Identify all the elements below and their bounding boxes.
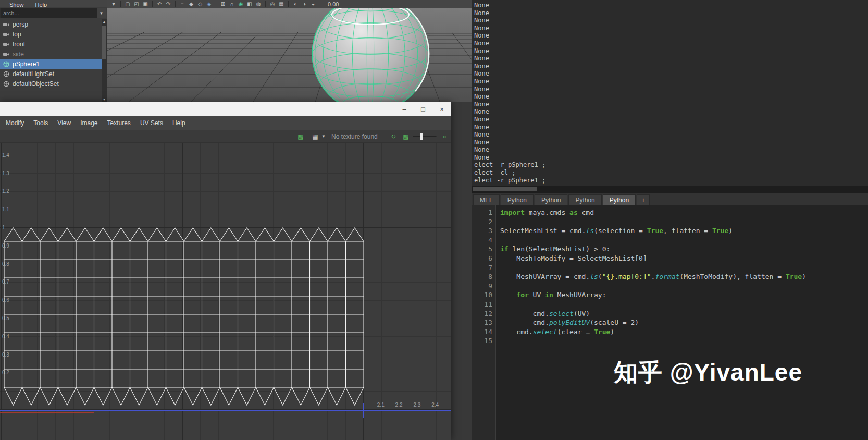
code-line: 14 cmd.select(clear = True) (472, 327, 868, 337)
construction-history-icon[interactable]: ◎ (269, 1, 276, 8)
uv-menu-uv-sets[interactable]: UV Sets (135, 119, 168, 127)
maya-workspace: { "colors": { "selection_blue": "#4f7cb1… (0, 0, 868, 440)
script-tab-python[interactable]: Python (535, 194, 567, 205)
chevron-down-icon[interactable]: ▼ (320, 130, 327, 143)
outliner-item-psphere1[interactable]: pSphere1 (0, 59, 102, 69)
svg-text:0.5: 0.5 (2, 315, 9, 321)
code-text: cmd.select(UV) (496, 309, 590, 319)
script-tab-python[interactable]: Python (568, 194, 601, 205)
svg-text:1.2: 1.2 (2, 188, 9, 194)
outliner-item-top[interactable]: top (0, 29, 102, 39)
new-scene-icon[interactable]: ▢ (124, 1, 131, 8)
select-component-icon[interactable]: ◇ (196, 1, 204, 8)
ipr-render-icon[interactable]: ◑ (301, 1, 308, 8)
uv-editor-toolbar: ▌ ▩ ▦ ▼ No texture found ↻ ▩ » (0, 130, 451, 143)
perspective-viewport[interactable] (107, 8, 472, 102)
camera-icon (3, 51, 10, 57)
search-input[interactable]: arch... (1, 10, 97, 16)
uv-menu-image[interactable]: Image (76, 119, 102, 127)
code-text: cmd.polyEditUV(scaleU = 2) (496, 318, 639, 327)
add-tab-button[interactable]: + (637, 194, 650, 205)
uv-menu-textures[interactable]: Textures (103, 119, 135, 127)
scroll-up-icon[interactable]: ▲ (102, 19, 107, 25)
sphere-3d-view (107, 8, 472, 102)
chevron-down-icon[interactable]: ▼ (97, 8, 106, 18)
svg-text:0.3: 0.3 (2, 352, 9, 358)
outliner-item-side[interactable]: side (0, 49, 102, 59)
code-lines: 1import maya.cmds as cmd23SelectMeshList… (472, 208, 868, 346)
save-scene-icon[interactable]: ▣ (142, 1, 149, 8)
set-icon (3, 71, 10, 77)
scrollbar-thumb[interactable] (473, 187, 537, 191)
history-line: None (474, 55, 868, 63)
uv-menu-view[interactable]: View (53, 119, 76, 127)
clipped-toolbar-icon[interactable]: ▌ (0, 130, 5, 143)
scroll-down-icon[interactable]: ▼ (102, 97, 107, 102)
slider-thumb[interactable] (420, 133, 423, 140)
close-button[interactable]: × (432, 102, 451, 116)
outliner-search-field[interactable]: arch... ▼ (0, 8, 106, 18)
redo-icon[interactable]: ↷ (165, 1, 172, 8)
outliner-item-defaultobjectset[interactable]: defaultObjectSet (0, 79, 102, 89)
outliner-item-label: front (13, 41, 25, 48)
menu-help[interactable]: Help (35, 2, 47, 7)
texture-display-icon[interactable]: ▩ (295, 130, 306, 143)
svg-text:0.9: 0.9 (2, 243, 9, 249)
viewport-panel: ▾▢◰▣↶↷≡◆◇◈⊞∩◉◧◍◎▦◐◑◒ 0.00 (107, 0, 472, 102)
menu-collapse-caret[interactable]: ▾ (110, 1, 117, 8)
exposure-slider[interactable] (413, 136, 437, 137)
code-line: 7 (472, 263, 868, 273)
snap-surface-icon[interactable]: ◍ (255, 1, 262, 8)
history-line: None (474, 154, 868, 162)
line-number: 2 (472, 217, 496, 227)
uv-menu-modify[interactable]: Modify (1, 119, 29, 127)
render-icon[interactable]: ◐ (292, 1, 299, 8)
uv-menu-help[interactable]: Help (168, 119, 190, 127)
script-tab-python[interactable]: Python (603, 194, 636, 205)
minimize-button[interactable]: – (395, 102, 414, 116)
line-number: 10 (472, 290, 496, 300)
outliner-item-front[interactable]: front (0, 39, 102, 49)
outliner-item-defaultlightset[interactable]: defaultLightSet (0, 69, 102, 79)
status-line: ▾▢◰▣↶↷≡◆◇◈⊞∩◉◧◍◎▦◐◑◒ 0.00 (107, 0, 472, 8)
code-text: MeshToModify = SelectMeshList[0] (496, 254, 647, 263)
outliner-item-persp[interactable]: persp (0, 19, 102, 29)
menu-show[interactable]: Show (9, 2, 24, 7)
select-object-icon[interactable]: ◆ (188, 1, 195, 8)
history-line: None (474, 131, 868, 139)
code-editor[interactable]: 1import maya.cmds as cmd23SelectMeshList… (472, 205, 868, 440)
script-tab-python[interactable]: Python (501, 194, 534, 205)
scrollbar-thumb[interactable] (102, 26, 106, 59)
line-number: 5 (472, 245, 496, 254)
script-history-output[interactable]: NoneNoneNoneNoneNoneNoneNoneNoneNoneNone… (472, 0, 868, 186)
select-asset-icon[interactable]: ◈ (205, 1, 213, 8)
undo-icon[interactable]: ↶ (156, 1, 163, 8)
refresh-texture-icon[interactable]: ↻ (388, 130, 399, 143)
status-line-value[interactable]: 0.00 (328, 1, 339, 7)
grid-display-icon[interactable]: ▦ (278, 1, 285, 8)
uv-menu-tools[interactable]: Tools (29, 119, 53, 127)
history-scrollbar[interactable] (472, 186, 868, 193)
maximize-button[interactable]: □ (414, 102, 432, 116)
checker-display-icon[interactable]: ▦ (309, 130, 321, 143)
outliner-scrollbar[interactable]: ▲ ▼ (102, 19, 107, 102)
snap-curve-icon[interactable]: ∩ (228, 1, 235, 8)
history-line: None (474, 32, 868, 40)
open-scene-icon[interactable]: ◰ (133, 1, 140, 8)
code-line: 2 (472, 217, 868, 227)
script-tab-mel[interactable]: MEL (473, 194, 500, 205)
select-hierarchy-icon[interactable]: ≡ (179, 1, 186, 8)
image-display-icon[interactable]: ▩ (400, 130, 412, 143)
uv-canvas[interactable]: 1.41.31.21.110.90.80.70.60.50.40.30.22.1… (0, 143, 451, 440)
code-text (496, 282, 500, 291)
history-line: None (474, 47, 868, 55)
expand-toolbar-icon[interactable]: » (439, 130, 450, 143)
snap-point-icon[interactable]: ◉ (237, 1, 244, 8)
code-text: for UV in MeshUVArray: (496, 290, 606, 300)
window-background (451, 102, 472, 440)
snap-grid-icon[interactable]: ⊞ (219, 1, 227, 8)
window-titlebar[interactable]: –□× (0, 102, 451, 116)
snap-plane-icon[interactable]: ◧ (246, 1, 253, 8)
line-number: 7 (472, 263, 496, 273)
render-settings-icon[interactable]: ◒ (309, 1, 317, 8)
